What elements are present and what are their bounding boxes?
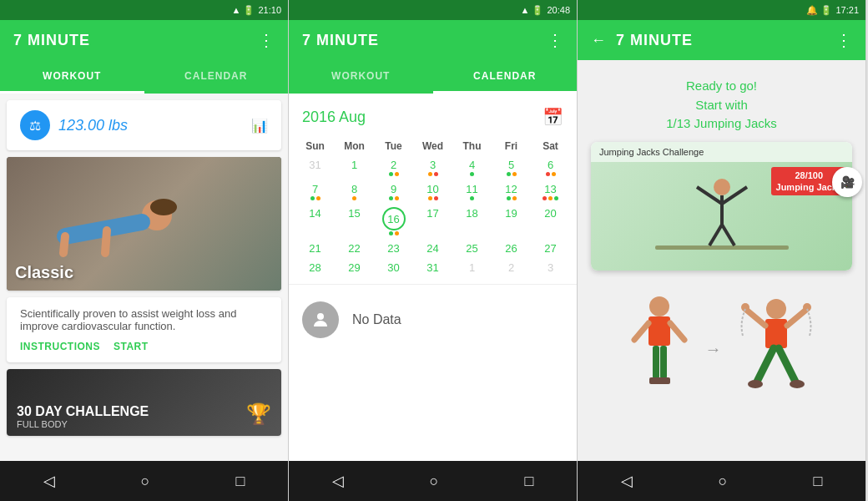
no-data-section: No Data	[289, 284, 577, 355]
cal-day[interactable]: 3	[413, 155, 452, 180]
challenge-info: 30 DAY CHALLENGE FULL BODY	[17, 404, 149, 429]
screen1: ▲ 🔋 21:10 7 MINUTE ⋮ WORKOUT CALENDAR ⚖ …	[0, 0, 289, 501]
instructions-btn[interactable]: INSTRUCTIONS	[20, 341, 100, 352]
cal-day[interactable]: 30	[374, 258, 413, 277]
cal-day[interactable]: 18	[452, 204, 492, 239]
svg-point-21	[766, 299, 786, 319]
chart-icon[interactable]: 📊	[251, 118, 268, 134]
cal-day[interactable]: 25	[452, 239, 492, 258]
cal-day[interactable]: 12	[492, 180, 531, 204]
app-bar-1: 7 MINUTE ⋮	[0, 20, 288, 60]
weight-left: ⚖ 123.00 lbs	[20, 110, 128, 140]
col-wed: Wed	[413, 137, 452, 155]
svg-rect-6	[655, 245, 789, 250]
cal-day[interactable]: 24	[413, 239, 452, 258]
classic-desc-text: Scientifically proven to assist weight l…	[20, 307, 268, 332]
cal-day[interactable]: 20	[531, 204, 570, 239]
cal-day[interactable]: 4	[452, 155, 492, 180]
recent-nav-3[interactable]: □	[814, 473, 823, 490]
cal-day[interactable]: 31	[413, 258, 452, 277]
tab-workout-2[interactable]: WORKOUT	[289, 60, 433, 94]
card-actions: INSTRUCTIONS START	[20, 341, 268, 352]
cal-day[interactable]: 29	[335, 258, 374, 277]
exercise-video-card[interactable]: Jumping Jacks Challenge	[591, 142, 852, 271]
days-header-row: Sun Mon Tue Wed Thu Fri Sat	[295, 137, 570, 155]
col-mon: Mon	[335, 137, 374, 155]
back-btn-3[interactable]: ←	[591, 32, 606, 49]
svg-line-15	[634, 323, 648, 340]
app-bar-left: ← 7 MINUTE	[591, 32, 693, 49]
jack-svg-1	[630, 294, 689, 402]
more-icon-3[interactable]: ⋮	[835, 30, 852, 50]
tab-calendar-2[interactable]: CALENDAR	[433, 60, 578, 94]
cal-day[interactable]: 22	[335, 239, 374, 258]
cal-day[interactable]: 23	[374, 239, 413, 258]
app-title-3: 7 MINUTE	[616, 32, 693, 49]
nav-bar-2: ◁ ○ □	[289, 461, 577, 501]
cal-day[interactable]: 10	[413, 180, 452, 204]
cal-day[interactable]: 1	[452, 258, 492, 277]
workout-image-card[interactable]: Classic	[7, 157, 281, 291]
cal-day[interactable]: 19	[492, 204, 531, 239]
weight-value: 123.00 lbs	[58, 117, 128, 134]
camera-btn[interactable]: 🎥	[832, 167, 862, 197]
cal-day[interactable]: 2	[374, 155, 413, 180]
cal-day[interactable]: 31	[295, 155, 335, 180]
cal-day[interactable]: 2	[492, 258, 531, 277]
cal-day[interactable]: 21	[295, 239, 335, 258]
svg-line-12	[722, 225, 734, 245]
status-icons-3: 🔔 🔋	[806, 5, 832, 16]
ready-line1: Ready to go!	[591, 77, 852, 96]
cal-day[interactable]: 5	[492, 155, 531, 180]
cal-day[interactable]: 28	[295, 258, 335, 277]
cal-day[interactable]: 11	[452, 180, 492, 204]
cal-day-today[interactable]: 16	[374, 204, 413, 239]
home-nav-1[interactable]: ○	[141, 473, 150, 490]
ready-text: Ready to go! Start with 1/13 Jumping Jac…	[578, 60, 865, 142]
svg-line-23	[745, 309, 765, 326]
plank-figure-svg	[40, 165, 207, 257]
cal-day[interactable]: 7	[295, 180, 335, 204]
challenge-card[interactable]: 30 DAY CHALLENGE FULL BODY 🏆	[7, 369, 281, 436]
svg-rect-22	[765, 319, 787, 348]
screen2: ▲ 🔋 20:48 7 MINUTE ⋮ WORKOUT CALENDAR 20…	[289, 0, 578, 501]
svg-line-2	[63, 236, 65, 253]
col-tue: Tue	[374, 137, 413, 155]
svg-rect-14	[648, 316, 670, 346]
week-row-2: 7 8 9 10 11	[295, 180, 570, 204]
back-nav-1[interactable]: ◁	[43, 472, 55, 490]
challenge-subtitle: FULL BODY	[17, 419, 149, 429]
cal-day[interactable]: 9	[374, 180, 413, 204]
svg-line-27	[757, 348, 774, 382]
cal-day[interactable]: 26	[492, 239, 531, 258]
ready-line3: 1/13 Jumping Jacks	[591, 114, 852, 134]
back-nav-3[interactable]: ◁	[621, 472, 633, 490]
svg-rect-17	[653, 346, 659, 379]
more-icon-1[interactable]: ⋮	[258, 30, 275, 50]
cal-day[interactable]: 14	[295, 204, 335, 239]
nav-bar-3: ◁ ○ □	[578, 461, 865, 501]
screen3: 🔔 🔋 17:21 ← 7 MINUTE ⋮ Ready to go! Star…	[578, 0, 866, 501]
cal-day[interactable]: 8	[335, 180, 374, 204]
tab-workout-1[interactable]: WORKOUT	[0, 60, 144, 94]
cal-day[interactable]: 27	[531, 239, 570, 258]
time-2: 20:48	[547, 5, 570, 15]
cal-day[interactable]: 6	[531, 155, 570, 180]
more-icon-2[interactable]: ⋮	[547, 30, 563, 50]
cal-day[interactable]: 3	[531, 258, 570, 277]
month-year-label: 2016 Aug	[302, 109, 366, 126]
cal-day[interactable]: 15	[335, 204, 374, 239]
calendar-icon[interactable]: 📅	[542, 107, 563, 127]
cal-day[interactable]: 1	[335, 155, 374, 180]
home-nav-3[interactable]: ○	[719, 473, 728, 490]
cal-day[interactable]: 17	[413, 204, 452, 239]
cal-day[interactable]: 13	[531, 180, 570, 204]
app-bar-2: 7 MINUTE ⋮	[289, 20, 577, 60]
tabs-2: WORKOUT CALENDAR	[289, 60, 577, 94]
recent-nav-2[interactable]: □	[525, 473, 534, 490]
back-nav-2[interactable]: ◁	[332, 472, 344, 490]
start-btn[interactable]: START	[114, 341, 149, 352]
home-nav-2[interactable]: ○	[430, 473, 439, 490]
tab-calendar-1[interactable]: CALENDAR	[144, 60, 289, 94]
recent-nav-1[interactable]: □	[236, 473, 245, 490]
